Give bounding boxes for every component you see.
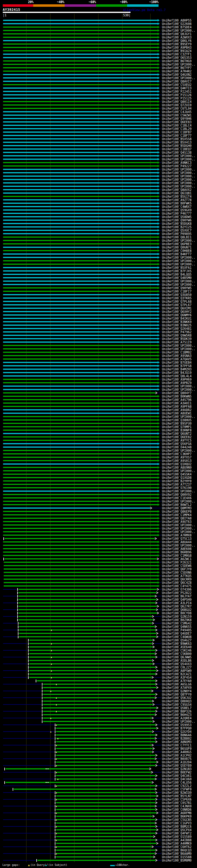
- alignment-row[interactable]: UniRef100_B4IKU1: [0, 317, 197, 320]
- hit-label[interactable]: UniRef100_B2B802: [162, 737, 192, 740]
- alignment-bar[interactable]: [43, 717, 152, 719]
- alignment-row[interactable]: UniRef100_B6H4Z3: [0, 713, 197, 716]
- alignment-bar[interactable]: [3, 253, 158, 255]
- alignment-bar[interactable]: [3, 501, 158, 502]
- hit-label[interactable]: UniRef100_A7RMX8: [162, 534, 192, 537]
- alignment-bar[interactable]: [56, 724, 156, 725]
- hit-label[interactable]: UniRef100_C4WRX7: [162, 205, 192, 209]
- hit-label[interactable]: UniRef100_C5P6X6: [162, 798, 192, 801]
- hit-label[interactable]: UniRef100_Q2N1B3: [162, 767, 192, 771]
- alignment-bar[interactable]: [3, 331, 158, 333]
- alignment-row[interactable]: UniRef100_B2WIQ9: [0, 791, 197, 795]
- alignment-bar[interactable]: [19, 602, 156, 603]
- hit-label[interactable]: UniRef100_B3RNF8: [162, 429, 192, 432]
- alignment-row[interactable]: UniRef100_UPI000..: [0, 63, 197, 66]
- alignment-bar[interactable]: [3, 77, 158, 79]
- alignment-row[interactable]: UniRef100_B3RNF8: [0, 429, 197, 432]
- hit-label[interactable]: UniRef100_UPI000..: [162, 171, 195, 175]
- alignment-row[interactable]: UniRef100_Q6XHY2: [0, 310, 197, 313]
- alignment-bar[interactable]: [3, 27, 158, 28]
- hit-label[interactable]: UniRef100_B9SFU0: [162, 422, 192, 425]
- alignment-bar[interactable]: [56, 792, 156, 793]
- alignment-bar[interactable]: [3, 104, 158, 105]
- alignment-row[interactable]: UniRef100_A6RFM8: [0, 811, 197, 815]
- hit-label[interactable]: UniRef100_B0FWK5: [162, 202, 192, 205]
- alignment-bar[interactable]: [3, 40, 158, 41]
- alignment-bar[interactable]: [3, 362, 158, 363]
- hit-label[interactable]: UniRef100_A9UT63: [162, 520, 192, 523]
- alignment-row[interactable]: UniRef100_UPI000..: [0, 239, 197, 242]
- alignment-row[interactable]: UniRef100_Q6XIM1: [0, 307, 197, 310]
- hit-label[interactable]: UniRef100_Q627R7: [162, 605, 192, 608]
- alignment-bar[interactable]: [3, 23, 158, 24]
- alignment-bar[interactable]: [3, 159, 158, 160]
- alignment-bar[interactable]: [3, 277, 158, 278]
- hit-label[interactable]: UniRef100_A7R4R2: [162, 70, 192, 73]
- hit-label[interactable]: UniRef100_Q6EE83: [162, 120, 192, 124]
- alignment-row[interactable]: UniRef100_Q8AVI7: [0, 80, 197, 83]
- hit-label[interactable]: UniRef100_UPI000..: [162, 29, 195, 32]
- alignment-bar[interactable]: [3, 284, 158, 285]
- hit-label[interactable]: UniRef100_C0H8E8: [162, 249, 192, 252]
- alignment-bar[interactable]: [3, 47, 158, 48]
- alignment-row[interactable]: UniRef100_B5M0M0: [0, 859, 197, 862]
- alignment-bar[interactable]: [3, 335, 158, 336]
- alignment-row[interactable]: UniRef100_Q90YW5: [0, 286, 197, 290]
- alignment-row[interactable]: UniRef100_O44248: [0, 445, 197, 449]
- hit-label[interactable]: UniRef100_A8U9N9: [162, 466, 192, 469]
- hit-label[interactable]: UniRef100_O44248: [162, 445, 192, 449]
- alignment-bar[interactable]: [38, 860, 156, 861]
- hit-label[interactable]: UniRef100_UPI000..: [162, 415, 195, 418]
- hit-label[interactable]: UniRef100_A4S796: [162, 398, 192, 402]
- hit-label[interactable]: UniRef100_B0Z9K8: [162, 618, 192, 622]
- alignment-bar[interactable]: [3, 450, 158, 451]
- alignment-row[interactable]: UniRef100_C0NRD6: [0, 808, 197, 811]
- alignment-row[interactable]: UniRef100_Q00V92: [0, 493, 197, 496]
- alignment-row[interactable]: UniRef100_A7QAV5: [0, 358, 197, 361]
- alignment-row[interactable]: UniRef100_B5DK39: [0, 337, 197, 341]
- hit-label[interactable]: UniRef100_Q8MTM3: [162, 506, 192, 510]
- hit-label[interactable]: UniRef100_A4RHG5: [162, 750, 192, 754]
- alignment-bar[interactable]: [3, 389, 158, 390]
- alignment-bar[interactable]: [3, 470, 158, 471]
- alignment-bar[interactable]: [3, 355, 158, 356]
- alignment-row[interactable]: UniRef100_A9NKC3: [0, 161, 197, 164]
- alignment-bar[interactable]: [3, 237, 158, 238]
- alignment-bar[interactable]: [3, 396, 158, 397]
- hit-label[interactable]: UniRef100_UPI000..: [162, 500, 195, 503]
- hit-label[interactable]: UniRef100_B2WIQ9: [162, 791, 192, 795]
- alignment-bar[interactable]: [5, 782, 152, 783]
- alignment-bar[interactable]: [3, 145, 158, 146]
- alignment-row[interactable]: UniRef100_A9UDR2: [0, 408, 197, 412]
- alignment-row[interactable]: UniRef100_B3N025: [0, 323, 197, 327]
- hit-label[interactable]: UniRef100_A3A0I1: [162, 402, 192, 405]
- alignment-row[interactable]: UniRef100_B4MZH3: [0, 368, 197, 371]
- alignment-bar[interactable]: [56, 785, 156, 786]
- alignment-row[interactable]: UniRef100_A6SLG6: [0, 683, 197, 686]
- alignment-bar[interactable]: [19, 606, 157, 607]
- hit-label[interactable]: UniRef100_Q801I4: [162, 100, 192, 103]
- alignment-row[interactable]: UniRef100_Q70MP1: [0, 425, 197, 429]
- alignment-bar[interactable]: [3, 172, 158, 173]
- alignment-row[interactable]: UniRef100_UPI000..: [0, 171, 197, 175]
- alignment-row[interactable]: UniRef100_C4LU56: [0, 781, 197, 784]
- alignment-row[interactable]: UniRef100_Q2GYD4: [0, 730, 197, 734]
- hit-label[interactable]: UniRef100_UPI000..: [162, 239, 195, 242]
- alignment-row[interactable]: UniRef100_B0EFW2: [0, 771, 197, 774]
- alignment-row[interactable]: UniRef100_A4HMK9: [0, 842, 197, 845]
- alignment-row[interactable]: UniRef100_UPI000..: [0, 178, 197, 181]
- alignment-bar[interactable]: [43, 687, 156, 688]
- alignment-row[interactable]: UniRef100_Q627R7: [0, 605, 197, 608]
- alignment-bar[interactable]: [3, 247, 158, 248]
- hit-label[interactable]: UniRef100_C0L2Z7: [162, 666, 192, 669]
- alignment-bar[interactable]: [56, 812, 156, 813]
- alignment-row[interactable]: UniRef100_A4S796: [0, 398, 197, 402]
- hit-label[interactable]: UniRef100_Q86EP8: [162, 510, 192, 513]
- alignment-bar[interactable]: [56, 745, 152, 746]
- alignment-bar[interactable]: [3, 379, 158, 380]
- alignment-row[interactable]: UniRef100_Q804Y7: [0, 391, 197, 395]
- hit-label[interactable]: UniRef100_Q6XHY2: [162, 310, 192, 313]
- alignment-bar[interactable]: [5, 558, 157, 559]
- hit-label[interactable]: UniRef100_A3LPI4: [162, 601, 192, 605]
- hit-label[interactable]: UniRef100_A1D2D4: [162, 761, 192, 764]
